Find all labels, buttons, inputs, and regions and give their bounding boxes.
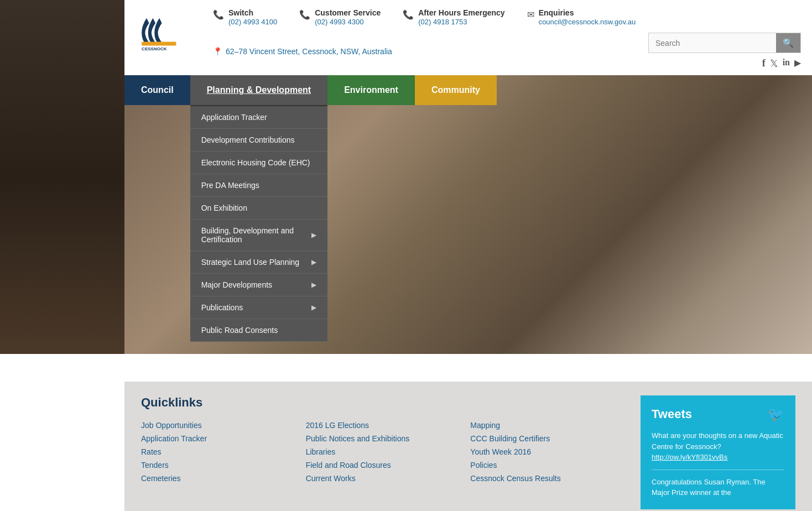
nav-planning-wrapper: Planning & Development Application Track…	[190, 75, 327, 105]
header: CESSNOCK CITY COUNCIL 📞 Switch (02) 4993…	[124, 0, 812, 75]
quicklink-link-2016-lg-elections[interactable]: 2016 LG Elections	[306, 421, 369, 430]
search-button[interactable]: 🔍	[776, 33, 800, 53]
quicklink-link-rates[interactable]: Rates	[141, 447, 162, 456]
logo-area: CESSNOCK CITY COUNCIL	[136, 8, 202, 54]
quicklink-item-libraries: Libraries	[306, 447, 460, 456]
twitter-icon[interactable]: 𝕏	[770, 58, 778, 70]
page-wrapper: CESSNOCK CITY COUNCIL 📞 Switch (02) 4993…	[0, 0, 812, 511]
quicklink-link-ccc-building-certifiers[interactable]: CCC Building Certifiers	[470, 434, 550, 443]
ah-phone[interactable]: (02) 4918 1753	[418, 18, 467, 26]
quicklink-link-job-opportunities[interactable]: Job Opportunities	[141, 421, 202, 430]
dropdown-public-road-consents[interactable]: Public Road Consents	[190, 319, 327, 342]
quicklink-item-2016-lg-elections: 2016 LG Elections	[306, 421, 460, 430]
dropdown-building-development[interactable]: Building, Development and Certification …	[190, 220, 327, 251]
quicklinks-title: Quicklinks	[141, 395, 624, 410]
tweets-divider	[652, 470, 784, 470]
quicklink-item-policies: Policies	[470, 461, 624, 470]
quicklink-item-cessnock-census-results: Cessnock Census Results	[470, 474, 624, 483]
tweets-title: Tweets	[652, 407, 692, 421]
tweet1-link[interactable]: http://ow.ly/kYfI301vvBs	[652, 453, 727, 461]
dropdown-application-tracker[interactable]: Application Tracker	[190, 106, 327, 129]
svg-text:CESSNOCK: CESSNOCK	[142, 46, 167, 51]
quicklink-item-field-and-road-closures: Field and Road Closures	[306, 461, 460, 470]
tweets-section: Tweets 🐦 What are your thoughts on a new…	[641, 395, 795, 509]
switch-phone[interactable]: (02) 4993 4100	[228, 18, 277, 26]
email-icon: ✉	[527, 9, 534, 20]
tweet1-text: What are your thoughts on a new Aquatic …	[652, 430, 784, 452]
contact-enquiries: ✉ Enquiries council@cessnock.nsw.gov.au	[527, 8, 636, 26]
address-text: 62–78 Vincent Street, Cessnock, NSW, Aus…	[226, 47, 392, 56]
social-icons: f 𝕏 in ▶	[762, 58, 801, 70]
planning-dropdown: Application Tracker Development Contribu…	[190, 105, 327, 342]
contact-row: 📞 Switch (02) 4993 4100 📞 Customer Servi…	[213, 8, 801, 26]
arrow-strategic: ▶	[311, 258, 316, 266]
svg-text:CITY COUNCIL: CITY COUNCIL	[142, 51, 166, 53]
quicklink-link-mapping[interactable]: Mapping	[470, 421, 500, 430]
contact-customer-service: 📞 Customer Service (02) 4993 4300	[299, 8, 381, 26]
quicklink-item-application-tracker-ql: Application Tracker	[141, 434, 295, 443]
quicklink-item-public-notices: Public Notices and Exhibitions	[306, 434, 460, 443]
dropdown-publications[interactable]: Publications ▶	[190, 296, 327, 319]
quicklink-link-tenders[interactable]: Tenders	[141, 461, 169, 470]
phone-icon-ah: 📞	[403, 9, 414, 20]
contact-after-hours: 📞 After Hours Emergency (02) 4918 1753	[403, 8, 504, 26]
quicklinks-grid: Job Opportunities2016 LG ElectionsMappin…	[141, 421, 624, 483]
arrow-major: ▶	[311, 281, 316, 289]
dropdown-strategic-land-use[interactable]: Strategic Land Use Planning ▶	[190, 251, 327, 274]
quicklinks-main: Quicklinks Job Opportunities2016 LG Elec…	[141, 395, 624, 509]
address-link[interactable]: 📍 62–78 Vincent Street, Cessnock, NSW, A…	[213, 47, 392, 56]
quicklink-item-mapping: Mapping	[470, 421, 624, 430]
ah-label: After Hours Emergency	[418, 8, 504, 17]
quicklink-link-cemeteries[interactable]: Cemeteries	[141, 474, 181, 483]
dropdown-pre-da-meetings[interactable]: Pre DA Meetings	[190, 174, 327, 197]
nav-council[interactable]: Council	[124, 75, 190, 105]
dropdown-development-contributions[interactable]: Development Contributions	[190, 129, 327, 152]
arrow-publications: ▶	[311, 304, 316, 311]
nav-environment[interactable]: Environment	[327, 75, 415, 105]
search-bar: 🔍	[648, 33, 801, 53]
quicklink-link-youth-week-2016[interactable]: Youth Week 2016	[470, 447, 531, 456]
quicklink-link-field-and-road-closures[interactable]: Field and Road Closures	[306, 461, 391, 470]
quicklink-link-policies[interactable]: Policies	[470, 461, 497, 470]
search-input[interactable]	[649, 33, 776, 53]
tweets-header: Tweets 🐦	[652, 406, 784, 422]
cs-label: Customer Service	[315, 8, 381, 17]
dropdown-major-developments[interactable]: Major Developments ▶	[190, 274, 327, 296]
nav-bar: Council Planning & Development Applicati…	[124, 75, 812, 105]
svg-rect-0	[142, 41, 176, 45]
quicklink-link-libraries[interactable]: Libraries	[306, 447, 336, 456]
quicklink-link-current-works[interactable]: Current Works	[306, 474, 356, 483]
linkedin-icon[interactable]: in	[783, 58, 790, 70]
twitter-bird-icon: 🐦	[768, 406, 784, 422]
address-search-row: 📍 62–78 Vincent Street, Cessnock, NSW, A…	[213, 33, 801, 70]
phone-icon-cs: 📞	[299, 9, 310, 20]
cs-phone[interactable]: (02) 4993 4300	[315, 18, 363, 26]
quicklink-item-cemeteries: Cemeteries	[141, 474, 295, 483]
nav-community[interactable]: Community	[415, 75, 497, 105]
logo: CESSNOCK CITY COUNCIL	[136, 8, 202, 53]
tweet2-text: Congratulations Susan Ryman. The Major P…	[652, 477, 784, 498]
quicklink-item-current-works: Current Works	[306, 474, 460, 483]
contact-switch: 📞 Switch (02) 4993 4100	[213, 8, 277, 26]
nav-planning[interactable]: Planning & Development	[190, 75, 327, 105]
quicklink-link-public-notices[interactable]: Public Notices and Exhibitions	[306, 434, 410, 443]
contact-search-area: 📞 Switch (02) 4993 4100 📞 Customer Servi…	[202, 8, 801, 70]
arrow-building: ▶	[311, 231, 316, 239]
enquiries-email[interactable]: council@cessnock.nsw.gov.au	[539, 18, 636, 26]
youtube-icon[interactable]: ▶	[794, 58, 801, 70]
enquiries-label: Enquiries	[539, 8, 636, 17]
facebook-icon[interactable]: f	[762, 58, 766, 70]
switch-label: Switch	[228, 8, 277, 17]
location-icon: 📍	[213, 47, 222, 56]
quicklink-item-youth-week-2016: Youth Week 2016	[470, 447, 624, 456]
tweets-content: What are your thoughts on a new Aquatic …	[652, 430, 784, 498]
quicklinks-section: Quicklinks Job Opportunities2016 LG Elec…	[124, 382, 812, 511]
quicklink-item-rates: Rates	[141, 447, 295, 456]
quicklink-item-job-opportunities: Job Opportunities	[141, 421, 295, 430]
quicklink-link-cessnock-census-results[interactable]: Cessnock Census Results	[470, 474, 560, 483]
dropdown-electronic-housing-code[interactable]: Electronic Housing Code (EHC)	[190, 152, 327, 174]
dropdown-on-exhibition[interactable]: On Exhibition	[190, 197, 327, 220]
quicklink-item-ccc-building-certifiers: CCC Building Certifiers	[470, 434, 624, 443]
quicklink-item-tenders: Tenders	[141, 461, 295, 470]
quicklink-link-application-tracker-ql[interactable]: Application Tracker	[141, 434, 207, 443]
